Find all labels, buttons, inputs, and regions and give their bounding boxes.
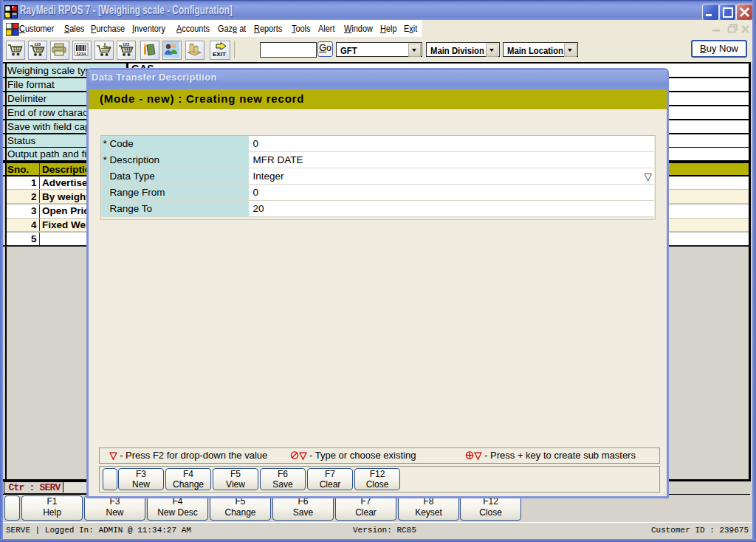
svg-text:1234: 1234 — [76, 52, 86, 56]
svg-text:123: 123 — [123, 42, 129, 47]
svg-text:EXIT: EXIT — [213, 51, 226, 58]
svg-text:123: 123 — [34, 42, 41, 47]
